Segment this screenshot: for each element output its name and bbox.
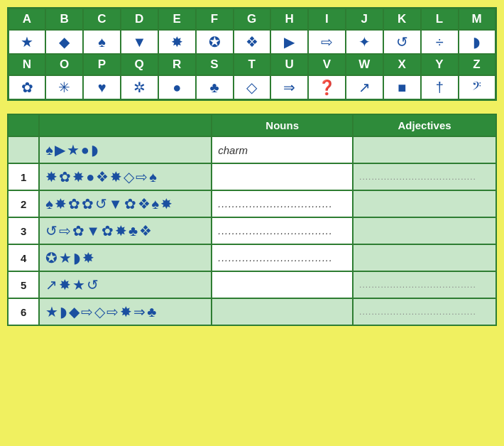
key-B: B xyxy=(45,9,83,31)
row-1-adjective: ...................................... xyxy=(353,163,496,190)
key-Z: Z xyxy=(459,54,496,75)
row-2-symbols: ♠✸✿✿↺▼✿❖♠✸ xyxy=(39,190,212,217)
example-number xyxy=(8,136,39,163)
row-3-symbols: ↺⇨✿▼✿✸♣❖ xyxy=(39,217,212,244)
sym-K: ↺ xyxy=(383,30,421,54)
sym-V: ❓ xyxy=(308,75,346,100)
sym-O: ✳ xyxy=(45,75,83,100)
sym-I: ⇨ xyxy=(308,30,346,54)
key-L: L xyxy=(421,9,459,31)
key-X: X xyxy=(383,54,421,75)
col-header-symbols xyxy=(39,114,212,136)
example-adjective xyxy=(353,136,496,163)
key-C: C xyxy=(83,9,121,31)
row-1-number: 1 xyxy=(8,163,39,190)
key-F: F xyxy=(196,9,234,31)
symbol-row-2: ✿ ✳ ♥ ✲ ● ♣ ◇ ⇒ ❓ ↗ ■ † 𝄢 xyxy=(9,75,496,100)
key-K: K xyxy=(383,9,421,31)
worksheet-header-row: Nouns Adjectives xyxy=(8,114,496,136)
sym-G: ❖ xyxy=(234,30,271,54)
key-U: U xyxy=(270,54,308,75)
row-2-adjective xyxy=(353,190,496,217)
letter-row-1: A B C D E F G H I J K L M xyxy=(9,9,496,31)
sym-S: ♣ xyxy=(196,75,234,100)
col-header-number xyxy=(8,114,39,136)
col-header-adjectives: Adjectives xyxy=(353,114,496,136)
sym-L: ÷ xyxy=(421,30,459,54)
sym-R: ● xyxy=(158,75,196,100)
key-R: R xyxy=(158,54,196,75)
key-E: E xyxy=(158,9,196,31)
sym-A: ★ xyxy=(9,30,46,54)
sym-X: ■ xyxy=(383,75,421,100)
sym-Q: ✲ xyxy=(121,75,158,100)
key-G: G xyxy=(234,9,271,31)
key-H: H xyxy=(270,9,308,31)
row-6-noun xyxy=(212,298,353,325)
key-T: T xyxy=(234,54,271,75)
sym-T: ◇ xyxy=(234,75,271,100)
sym-H: ▶ xyxy=(270,30,308,54)
row-6-number: 6 xyxy=(8,298,39,325)
row-5-adjective: ...................................... xyxy=(353,271,496,298)
row-5-noun xyxy=(212,271,353,298)
example-noun: charm xyxy=(212,136,353,163)
key-O: O xyxy=(45,54,83,75)
row-6-adjective: ...................................... xyxy=(353,298,496,325)
key-A: A xyxy=(9,9,46,31)
key-S: S xyxy=(196,54,234,75)
sym-U: ⇒ xyxy=(270,75,308,100)
worksheet-row-2: 2 ♠✸✿✿↺▼✿❖♠✸ ...........................… xyxy=(8,190,496,217)
key-Y: Y xyxy=(421,54,459,75)
sym-E: ✸ xyxy=(158,30,196,54)
sym-J: ✦ xyxy=(346,30,383,54)
row-5-number: 5 xyxy=(8,271,39,298)
row-2-number: 2 xyxy=(8,190,39,217)
sym-Y: † xyxy=(421,75,459,100)
row-6-symbols: ★◗◆⇨◇⇨✸⇒♣ xyxy=(39,298,212,325)
row-2-noun: ................................. xyxy=(212,190,353,217)
key-P: P xyxy=(83,54,121,75)
key-W: W xyxy=(346,54,383,75)
key-I: I xyxy=(308,9,346,31)
worksheet-row-4: 4 ✪★◗✸ ................................. xyxy=(8,244,496,271)
symbol-keyboard: A B C D E F G H I J K L M ★ ◆ ♠ ▼ ✸ ✪ ❖ … xyxy=(7,7,497,101)
example-symbols: ♠▶★●◗ xyxy=(39,136,212,163)
symbol-row-1: ★ ◆ ♠ ▼ ✸ ✪ ❖ ▶ ⇨ ✦ ↺ ÷ ◗ xyxy=(9,30,496,54)
example-row: ♠▶★●◗ charm xyxy=(8,136,496,163)
row-5-symbols: ↗✸★↺ xyxy=(39,271,212,298)
row-4-noun: ................................. xyxy=(212,244,353,271)
sym-B: ◆ xyxy=(45,30,83,54)
row-1-noun xyxy=(212,163,353,190)
sym-M: ◗ xyxy=(459,30,496,54)
sym-N: ✿ xyxy=(9,75,46,100)
key-D: D xyxy=(121,9,158,31)
row-3-number: 3 xyxy=(8,217,39,244)
sym-Z: 𝄢 xyxy=(459,75,496,100)
worksheet-row-3: 3 ↺⇨✿▼✿✸♣❖ .............................… xyxy=(8,217,496,244)
row-4-symbols: ✪★◗✸ xyxy=(39,244,212,271)
key-V: V xyxy=(308,54,346,75)
sym-D: ▼ xyxy=(121,30,158,54)
key-M: M xyxy=(459,9,496,31)
key-J: J xyxy=(346,9,383,31)
col-header-nouns: Nouns xyxy=(212,114,353,136)
row-3-adjective xyxy=(353,217,496,244)
worksheet-row-5: 5 ↗✸★↺ .................................… xyxy=(8,271,496,298)
row-1-symbols: ✸✿✸●❖✸◇⇨♠ xyxy=(39,163,212,190)
row-3-noun: ................................. xyxy=(212,217,353,244)
key-Q: Q xyxy=(121,54,158,75)
letter-row-2: N O P Q R S T U V W X Y Z xyxy=(9,54,496,75)
sym-W: ↗ xyxy=(346,75,383,100)
key-N: N xyxy=(9,54,46,75)
sym-F: ✪ xyxy=(196,30,234,54)
worksheet-row-1: 1 ✸✿✸●❖✸◇⇨♠ ............................… xyxy=(8,163,496,190)
row-4-adjective xyxy=(353,244,496,271)
sym-P: ♥ xyxy=(83,75,121,100)
sym-C: ♠ xyxy=(83,30,121,54)
worksheet-table: Nouns Adjectives ♠▶★●◗ charm 1 ✸✿✸●❖✸◇⇨♠… xyxy=(7,114,497,326)
worksheet-row-6: 6 ★◗◆⇨◇⇨✸⇒♣ ............................… xyxy=(8,298,496,325)
row-4-number: 4 xyxy=(8,244,39,271)
